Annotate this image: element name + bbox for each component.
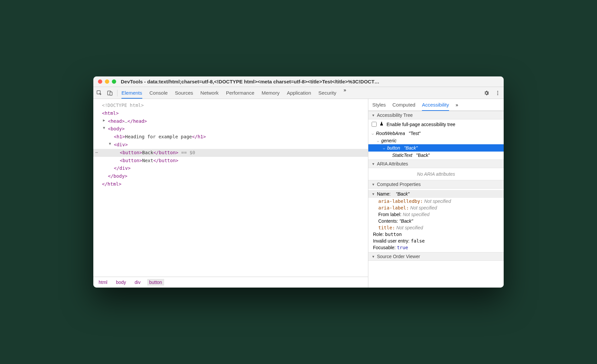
comp-invalid: Invalid user entry: false <box>368 238 504 244</box>
close-window-button[interactable] <box>98 79 102 84</box>
dom-h1[interactable]: <h1>Heading for example page</h1> <box>93 133 368 141</box>
no-aria-attributes: No ARIA attributes <box>368 168 504 180</box>
main-tabs: Elements Console Sources Network Perform… <box>121 87 480 98</box>
comp-aria-labelledby: aria-labelledby: Not specified <box>368 198 504 205</box>
comp-from-label: From label: Not specified <box>368 211 504 218</box>
fullpage-tree-label: Enable full-page accessibility tree <box>387 122 455 127</box>
devtools-window: DevTools - data:text/html;charset=utf-8,… <box>93 76 504 288</box>
more-subtabs-icon[interactable]: » <box>456 102 458 108</box>
window-controls <box>98 79 116 84</box>
comp-title: title: Not specified <box>368 224 504 231</box>
dom-html-open[interactable]: <html> <box>93 110 368 117</box>
dom-html-close[interactable]: </html> <box>93 180 368 188</box>
content-area: <!DOCTYPE html> <html> ▶<head>…</head> ▼… <box>93 99 504 288</box>
dom-doctype[interactable]: <!DOCTYPE html> <box>93 102 368 110</box>
dom-tree[interactable]: <!DOCTYPE html> <html> ▶<head>…</head> ▼… <box>93 99 368 277</box>
maximize-window-button[interactable] <box>112 79 116 84</box>
dom-div-close[interactable]: </div> <box>93 164 368 172</box>
breadcrumb-html[interactable]: html <box>97 279 109 286</box>
breadcrumb-button[interactable]: button <box>147 279 164 286</box>
main-toolbar: Elements Console Sources Network Perform… <box>93 87 504 99</box>
comp-aria-label: aria-label: Not specified <box>368 205 504 211</box>
more-tabs-icon[interactable]: » <box>344 87 346 98</box>
fullpage-tree-row: Enable full-page accessibility tree <box>368 119 504 129</box>
tab-performance[interactable]: Performance <box>226 87 254 98</box>
window-title: DevTools - data:text/html;charset=utf-8,… <box>121 79 499 84</box>
settings-icon[interactable] <box>483 90 490 96</box>
tab-network[interactable]: Network <box>201 87 219 98</box>
a11y-tree: ⌵RootWebArea "Test" ⌵generic ⌵button "Ba… <box>368 129 504 159</box>
section-aria[interactable]: ▼ARIA Attributes <box>368 159 504 168</box>
dom-button-next[interactable]: <button>Next</button> <box>93 157 368 165</box>
tab-console[interactable]: Console <box>150 87 168 98</box>
comp-contents: Contents: "Back" <box>368 218 504 224</box>
tab-memory[interactable]: Memory <box>262 87 280 98</box>
subtab-accessibility[interactable]: Accessibility <box>422 99 449 111</box>
dom-div-open[interactable]: ▼<div> <box>93 141 368 149</box>
kebab-menu-icon[interactable] <box>494 90 501 96</box>
tree-root[interactable]: ⌵RootWebArea "Test" <box>368 130 504 137</box>
dom-body-open[interactable]: ▼<body> <box>93 125 368 133</box>
flask-icon <box>379 121 384 127</box>
subtab-computed[interactable]: Computed <box>392 99 415 111</box>
svg-point-4 <box>497 92 498 93</box>
elements-pane: <!DOCTYPE html> <html> ▶<head>…</head> ▼… <box>93 99 368 288</box>
computed-name-row[interactable]: ▼Name: "Back" <box>368 190 504 198</box>
dom-button-back[interactable]: <button>Back</button> == $0 <box>93 149 368 157</box>
tab-elements[interactable]: Elements <box>121 87 142 98</box>
tree-button[interactable]: ⌵button "Back" <box>368 144 504 152</box>
dom-head[interactable]: ▶<head>…</head> <box>93 117 368 125</box>
titlebar: DevTools - data:text/html;charset=utf-8,… <box>93 76 504 87</box>
breadcrumb: html body div button <box>93 277 368 288</box>
inspect-element-icon[interactable] <box>96 90 103 96</box>
tab-security[interactable]: Security <box>318 87 336 98</box>
section-a11y-tree[interactable]: ▼Accessibility Tree <box>368 111 504 119</box>
breadcrumb-div[interactable]: div <box>133 279 143 286</box>
sidebar-tabs: Styles Computed Accessibility » <box>368 99 504 111</box>
computed-properties: ▼Name: "Back" aria-labelledby: Not speci… <box>368 189 504 252</box>
breadcrumb-body[interactable]: body <box>114 279 128 286</box>
svg-point-3 <box>497 91 498 92</box>
svg-point-5 <box>497 94 498 95</box>
device-toolbar-icon[interactable] <box>107 90 113 96</box>
minimize-window-button[interactable] <box>105 79 109 84</box>
tab-application[interactable]: Application <box>287 87 311 98</box>
tree-statictext[interactable]: StaticText "Back" <box>368 152 504 159</box>
svg-rect-2 <box>110 92 112 95</box>
subtab-styles[interactable]: Styles <box>372 99 386 111</box>
sidebar-pane: Styles Computed Accessibility » ▼Accessi… <box>368 99 504 288</box>
section-computed-props[interactable]: ▼Computed Properties <box>368 180 504 189</box>
tree-generic[interactable]: ⌵generic <box>368 137 504 144</box>
comp-role: Role: button <box>368 231 504 238</box>
section-source-order[interactable]: ▼Source Order Viewer <box>368 252 504 261</box>
comp-focusable: Focusable: true <box>368 244 504 251</box>
dom-body-close[interactable]: </body> <box>93 172 368 180</box>
fullpage-tree-checkbox[interactable] <box>372 122 377 127</box>
tab-sources[interactable]: Sources <box>175 87 193 98</box>
